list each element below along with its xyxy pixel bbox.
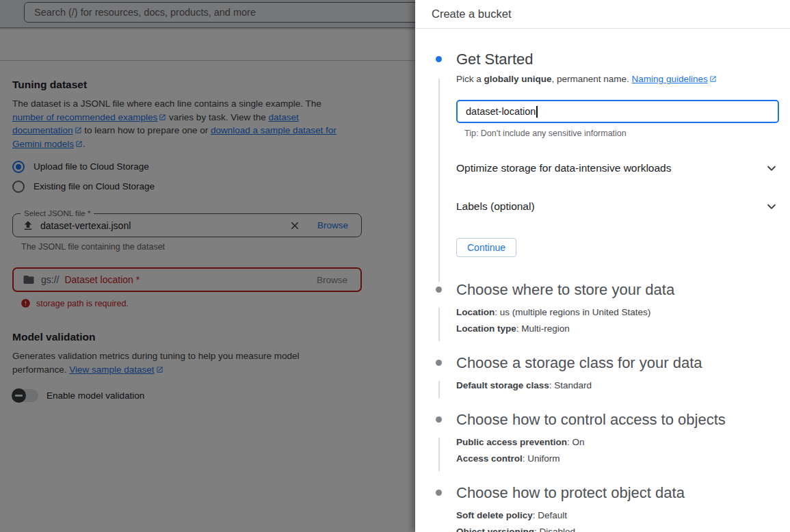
step-bullet-icon xyxy=(436,490,442,496)
step-title: Choose where to store your data xyxy=(456,280,779,300)
step-title: Choose how to protect object data xyxy=(456,483,779,503)
detail-line: Access controlUniform xyxy=(456,451,779,467)
detail-line: Default storage classStandard xyxy=(456,377,779,394)
naming-guidelines-link[interactable]: Naming guidelines xyxy=(632,74,717,84)
step-protect-data: Choose how to protect object data Soft d… xyxy=(415,483,790,532)
step-connector xyxy=(438,381,440,398)
step-bullet-icon xyxy=(436,360,442,366)
bucket-name-tip: Tip: Don't include any sensitive informa… xyxy=(464,129,779,138)
text-cursor xyxy=(536,106,538,118)
labels-expander[interactable]: Labels (optional) xyxy=(456,195,779,218)
detail-line: Object versioningDisabled xyxy=(456,524,779,532)
step-storage-class: Choose a storage class for your data Def… xyxy=(415,354,790,410)
step-connector xyxy=(438,438,440,471)
step-bullet-active-icon xyxy=(436,56,442,62)
chevron-down-icon[interactable] xyxy=(764,161,779,176)
panel-title: Create a bucket xyxy=(415,0,790,29)
optimize-storage-expander[interactable]: Optimize storage for data-intensive work… xyxy=(456,157,779,180)
step-connector xyxy=(438,308,440,341)
step-details: Default storage classStandard xyxy=(456,377,779,394)
step-title: Choose how to control access to objects xyxy=(456,410,779,429)
step-get-started: Get Started Pick a globally unique, perm… xyxy=(415,50,790,280)
step-intro: Pick a globally unique, permanent name. … xyxy=(456,72,779,85)
bucket-name-value: dataset-location xyxy=(466,106,536,117)
step-details: Soft delete policyDefault Object version… xyxy=(456,507,779,532)
detail-line: Location typeMulti-region xyxy=(456,321,779,337)
step-title: Get Started xyxy=(456,50,779,69)
step-bullet-icon xyxy=(436,287,442,293)
detail-line: Locationus (multiple regions in United S… xyxy=(456,304,779,321)
step-bullet-icon xyxy=(436,416,442,423)
external-link-icon xyxy=(709,75,717,83)
modal-scrim[interactable] xyxy=(0,0,415,532)
step-details: Public access preventionOn Access contro… xyxy=(456,434,779,467)
continue-button[interactable]: Continue xyxy=(456,238,516,257)
step-details: Locationus (multiple regions in United S… xyxy=(456,304,779,337)
step-title: Choose a storage class for your data xyxy=(456,354,779,373)
step-connector xyxy=(438,79,440,282)
chevron-down-icon[interactable] xyxy=(764,199,779,214)
detail-line: Public access preventionOn xyxy=(456,434,779,451)
step-where-to-store: Choose where to store your data Location… xyxy=(415,280,790,354)
bucket-name-input[interactable]: dataset-location xyxy=(456,100,779,123)
create-bucket-panel: Create a bucket Get Started Pick a globa… xyxy=(415,0,790,532)
detail-line: Soft delete policyDefault xyxy=(456,507,779,524)
step-access-control: Choose how to control access to objects … xyxy=(415,410,790,483)
